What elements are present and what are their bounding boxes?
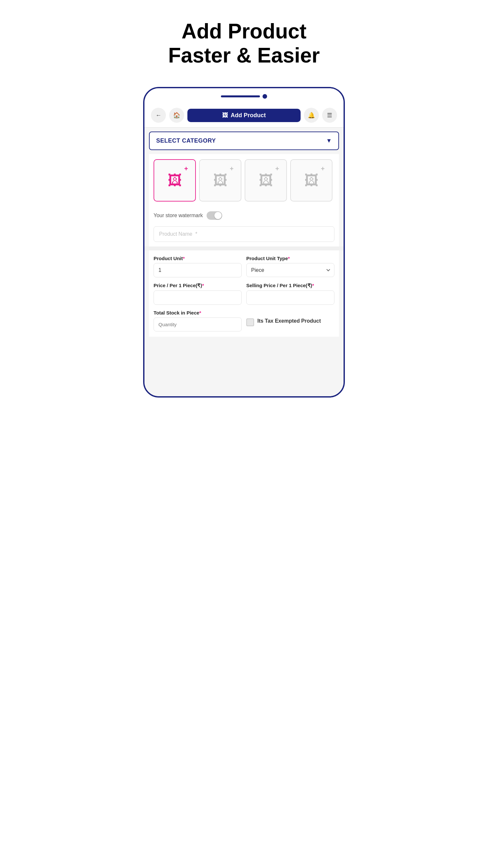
required-marker-price: * [202, 283, 204, 288]
home-button[interactable]: 🏠 [169, 108, 184, 123]
home-icon: 🏠 [173, 112, 180, 119]
product-unit-group: Product Unit* [154, 255, 242, 277]
back-button[interactable]: ← [151, 108, 166, 123]
watermark-toggle[interactable] [206, 211, 222, 220]
unit-row: Product Unit* Product Unit Type* Piece K… [154, 255, 334, 277]
plus-icon-3: + [275, 165, 279, 173]
price-row: Price / Per 1 Piece(₹)* Selling Price / … [154, 283, 334, 305]
product-unit-label: Product Unit* [154, 255, 242, 261]
total-stock-label: Total Stock in Piece* [154, 310, 242, 315]
image-section: + 🖼 + 🖼 + 🖼 + 🖼 [149, 154, 339, 207]
required-marker-selling: * [312, 283, 314, 288]
image-slot-2[interactable]: + 🖼 [199, 159, 241, 202]
product-unit-type-group: Product Unit Type* Piece Kg Litre [246, 255, 334, 277]
add-product-button[interactable]: 🖼 Add Product [187, 109, 301, 122]
separator-1 [144, 246, 344, 250]
phone-mockup: ← 🏠 🖼 Add Product 🔔 ☰ SEL [143, 87, 345, 398]
product-name-input[interactable] [154, 226, 334, 242]
page-wrapper: Add Product Faster & Easier ← 🏠 🖼 Add Pr… [122, 6, 366, 398]
tax-exempt-checkbox[interactable] [246, 318, 254, 326]
selling-price-label: Selling Price / Per 1 Piece(₹)* [246, 283, 334, 288]
bell-icon: 🔔 [308, 112, 315, 119]
tax-exempt-group: Its Tax Exempted Product [246, 310, 334, 326]
total-stock-group: Total Stock in Piece* [154, 310, 242, 332]
category-select[interactable]: SELECT CATEGORY ▼ [156, 137, 332, 144]
fields-section: Product Unit* Product Unit Type* Piece K… [149, 250, 339, 337]
add-product-icon: 🖼 [222, 112, 228, 119]
stock-row: Total Stock in Piece* Its Tax Exempted P… [154, 310, 334, 332]
image-slot-3[interactable]: + 🖼 [245, 159, 287, 202]
price-label: Price / Per 1 Piece(₹)* [154, 283, 242, 288]
app-header: ← 🏠 🖼 Add Product 🔔 ☰ [144, 103, 344, 128]
product-name-section [149, 223, 339, 246]
category-section[interactable]: SELECT CATEGORY ▼ [149, 131, 339, 150]
image-slot-4[interactable]: + 🖼 [290, 159, 332, 202]
selling-price-input[interactable] [246, 290, 334, 305]
plus-icon-2: + [230, 165, 234, 173]
upload-icon-2: 🖼 [213, 172, 227, 188]
image-grid: + 🖼 + 🖼 + 🖼 + 🖼 [154, 159, 334, 202]
plus-icon-1: + [184, 165, 188, 173]
phone-bar-dot [263, 94, 267, 99]
toggle-knob [215, 212, 222, 219]
price-input[interactable] [154, 290, 242, 305]
menu-icon: ☰ [327, 112, 332, 119]
price-group: Price / Per 1 Piece(₹)* [154, 283, 242, 305]
category-label: SELECT CATEGORY [156, 137, 216, 144]
selling-price-group: Selling Price / Per 1 Piece(₹)* [246, 283, 334, 305]
product-unit-type-select[interactable]: Piece Kg Litre [246, 263, 334, 277]
required-marker-type: * [288, 255, 290, 261]
bell-button[interactable]: 🔔 [304, 108, 319, 123]
product-unit-type-label: Product Unit Type* [246, 255, 334, 261]
required-marker-stock: * [199, 310, 201, 315]
chevron-down-icon: ▼ [326, 137, 332, 144]
upload-icon-1: 🖼 [167, 172, 182, 188]
app-content: ← 🏠 🖼 Add Product 🔔 ☰ SEL [144, 103, 344, 396]
watermark-label: Your store watermark [154, 213, 203, 218]
back-icon: ← [156, 112, 161, 119]
upload-icon-4: 🖼 [304, 172, 319, 188]
upload-icon-3: 🖼 [259, 172, 273, 188]
quantity-input[interactable] [154, 317, 242, 332]
menu-button[interactable]: ☰ [322, 108, 337, 123]
tax-exempt-label: Its Tax Exempted Product [257, 318, 321, 324]
required-marker-unit: * [183, 255, 185, 261]
product-unit-input[interactable] [154, 263, 242, 277]
plus-icon-4: + [321, 165, 325, 173]
watermark-row: Your store watermark [149, 207, 339, 223]
image-slot-1[interactable]: + 🖼 [154, 159, 196, 202]
phone-bar-line [221, 95, 260, 97]
hero-title: Add Product Faster & Easier [168, 20, 320, 67]
add-product-label: Add Product [231, 112, 266, 119]
phone-top-bar [144, 88, 344, 103]
